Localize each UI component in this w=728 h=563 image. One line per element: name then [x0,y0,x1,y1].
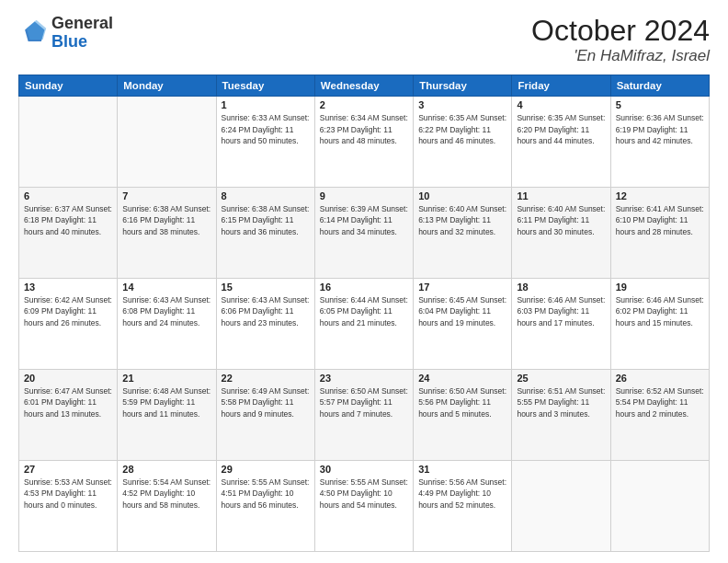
day-info: Sunrise: 6:48 AM Sunset: 5:59 PM Dayligh… [122,385,210,419]
table-row: 7Sunrise: 6:38 AM Sunset: 6:16 PM Daylig… [118,188,216,279]
day-number: 16 [320,282,408,293]
day-info: Sunrise: 6:37 AM Sunset: 6:18 PM Dayligh… [24,203,112,237]
day-number: 2 [320,99,408,110]
day-info: Sunrise: 6:50 AM Sunset: 5:56 PM Dayligh… [418,385,506,419]
day-number: 13 [24,282,112,293]
day-info: Sunrise: 6:36 AM Sunset: 6:19 PM Dayligh… [616,112,704,146]
table-row: 18Sunrise: 6:46 AM Sunset: 6:03 PM Dayli… [512,279,610,370]
table-row: 9Sunrise: 6:39 AM Sunset: 6:14 PM Daylig… [314,188,413,279]
table-row: 31Sunrise: 5:56 AM Sunset: 4:49 PM Dayli… [414,461,512,552]
day-number: 29 [222,464,310,475]
table-row [118,97,216,188]
day-info: Sunrise: 5:53 AM Sunset: 4:53 PM Dayligh… [24,477,112,511]
table-row: 16Sunrise: 6:44 AM Sunset: 6:05 PM Dayli… [314,279,413,370]
col-thursday: Thursday [414,75,512,97]
day-number: 25 [517,373,605,384]
table-row: 22Sunrise: 6:49 AM Sunset: 5:58 PM Dayli… [216,370,314,461]
day-info: Sunrise: 6:45 AM Sunset: 6:04 PM Dayligh… [418,294,506,328]
day-number: 8 [222,190,310,201]
day-number: 14 [122,282,210,293]
day-number: 26 [616,373,704,384]
col-sunday: Sunday [19,75,118,97]
day-number: 5 [616,99,704,110]
table-row: 29Sunrise: 5:55 AM Sunset: 4:51 PM Dayli… [216,461,314,552]
day-number: 28 [122,464,210,475]
day-info: Sunrise: 6:49 AM Sunset: 5:58 PM Dayligh… [222,385,310,419]
table-row: 1Sunrise: 6:33 AM Sunset: 6:24 PM Daylig… [216,97,314,188]
table-row: 21Sunrise: 6:48 AM Sunset: 5:59 PM Dayli… [118,370,216,461]
table-row: 17Sunrise: 6:45 AM Sunset: 6:04 PM Dayli… [414,279,512,370]
day-number: 24 [418,373,506,384]
logo-general: General [51,14,113,32]
table-row: 28Sunrise: 5:54 AM Sunset: 4:52 PM Dayli… [118,461,216,552]
table-row: 12Sunrise: 6:41 AM Sunset: 6:10 PM Dayli… [610,188,709,279]
day-number: 27 [24,464,112,475]
day-number: 12 [616,190,704,201]
day-number: 7 [122,190,210,201]
month-title: October 2024 [531,15,710,47]
table-row: 2Sunrise: 6:34 AM Sunset: 6:23 PM Daylig… [314,97,413,188]
table-row: 3Sunrise: 6:35 AM Sunset: 6:22 PM Daylig… [414,97,512,188]
day-info: Sunrise: 6:43 AM Sunset: 6:08 PM Dayligh… [122,294,210,328]
table-row: 25Sunrise: 6:51 AM Sunset: 5:55 PM Dayli… [512,370,610,461]
svg-marker-1 [27,20,46,40]
page: General Blue October 2024 'En HaMifraz, … [0,0,728,563]
day-info: Sunrise: 5:54 AM Sunset: 4:52 PM Dayligh… [122,477,210,511]
day-number: 23 [320,373,408,384]
day-number: 3 [418,99,506,110]
week-row-0: 1Sunrise: 6:33 AM Sunset: 6:24 PM Daylig… [19,97,710,188]
day-info: Sunrise: 6:41 AM Sunset: 6:10 PM Dayligh… [616,203,704,237]
table-row: 15Sunrise: 6:43 AM Sunset: 6:06 PM Dayli… [216,279,314,370]
logo-blue: Blue [51,32,87,51]
week-row-3: 20Sunrise: 6:47 AM Sunset: 6:01 PM Dayli… [19,370,710,461]
day-info: Sunrise: 6:38 AM Sunset: 6:16 PM Dayligh… [122,203,210,237]
table-row: 19Sunrise: 6:46 AM Sunset: 6:02 PM Dayli… [610,279,709,370]
table-row: 10Sunrise: 6:40 AM Sunset: 6:13 PM Dayli… [414,188,512,279]
table-row: 20Sunrise: 6:47 AM Sunset: 6:01 PM Dayli… [19,370,118,461]
title-block: October 2024 'En HaMifraz, Israel [531,15,710,65]
table-row: 27Sunrise: 5:53 AM Sunset: 4:53 PM Dayli… [19,461,118,552]
day-info: Sunrise: 5:55 AM Sunset: 4:51 PM Dayligh… [222,477,310,511]
table-row [512,461,610,552]
day-info: Sunrise: 6:33 AM Sunset: 6:24 PM Dayligh… [222,112,310,146]
day-number: 31 [418,464,506,475]
day-info: Sunrise: 6:40 AM Sunset: 6:11 PM Dayligh… [517,203,605,237]
day-info: Sunrise: 5:56 AM Sunset: 4:49 PM Dayligh… [418,477,506,511]
table-row: 26Sunrise: 6:52 AM Sunset: 5:54 PM Dayli… [610,370,709,461]
table-row [610,461,709,552]
day-number: 18 [517,282,605,293]
day-info: Sunrise: 6:44 AM Sunset: 6:05 PM Dayligh… [320,294,408,328]
week-row-4: 27Sunrise: 5:53 AM Sunset: 4:53 PM Dayli… [19,461,710,552]
col-saturday: Saturday [610,75,709,97]
table-row: 24Sunrise: 6:50 AM Sunset: 5:56 PM Dayli… [414,370,512,461]
col-tuesday: Tuesday [216,75,314,97]
col-monday: Monday [118,75,216,97]
table-row: 5Sunrise: 6:36 AM Sunset: 6:19 PM Daylig… [610,97,709,188]
logo-text: General Blue [51,15,113,52]
day-number: 30 [320,464,408,475]
table-row: 8Sunrise: 6:38 AM Sunset: 6:15 PM Daylig… [216,188,314,279]
day-info: Sunrise: 6:39 AM Sunset: 6:14 PM Dayligh… [320,203,408,237]
table-row [19,97,118,188]
day-info: Sunrise: 6:52 AM Sunset: 5:54 PM Dayligh… [616,385,704,419]
day-info: Sunrise: 5:55 AM Sunset: 4:50 PM Dayligh… [320,477,408,511]
day-info: Sunrise: 6:46 AM Sunset: 6:02 PM Dayligh… [616,294,704,328]
day-info: Sunrise: 6:51 AM Sunset: 5:55 PM Dayligh… [517,385,605,419]
table-row: 23Sunrise: 6:50 AM Sunset: 5:57 PM Dayli… [314,370,413,461]
table-row: 6Sunrise: 6:37 AM Sunset: 6:18 PM Daylig… [19,188,118,279]
day-number: 15 [222,282,310,293]
logo: General Blue [18,15,113,52]
table-row: 13Sunrise: 6:42 AM Sunset: 6:09 PM Dayli… [19,279,118,370]
day-info: Sunrise: 6:35 AM Sunset: 6:20 PM Dayligh… [517,112,605,146]
day-info: Sunrise: 6:50 AM Sunset: 5:57 PM Dayligh… [320,385,408,419]
day-info: Sunrise: 6:43 AM Sunset: 6:06 PM Dayligh… [222,294,310,328]
day-number: 11 [517,190,605,201]
table-row: 4Sunrise: 6:35 AM Sunset: 6:20 PM Daylig… [512,97,610,188]
day-number: 1 [222,99,310,110]
table-row: 30Sunrise: 5:55 AM Sunset: 4:50 PM Dayli… [314,461,413,552]
day-number: 9 [320,190,408,201]
table-row: 11Sunrise: 6:40 AM Sunset: 6:11 PM Dayli… [512,188,610,279]
table-row: 14Sunrise: 6:43 AM Sunset: 6:08 PM Dayli… [118,279,216,370]
day-info: Sunrise: 6:34 AM Sunset: 6:23 PM Dayligh… [320,112,408,146]
day-info: Sunrise: 6:38 AM Sunset: 6:15 PM Dayligh… [222,203,310,237]
